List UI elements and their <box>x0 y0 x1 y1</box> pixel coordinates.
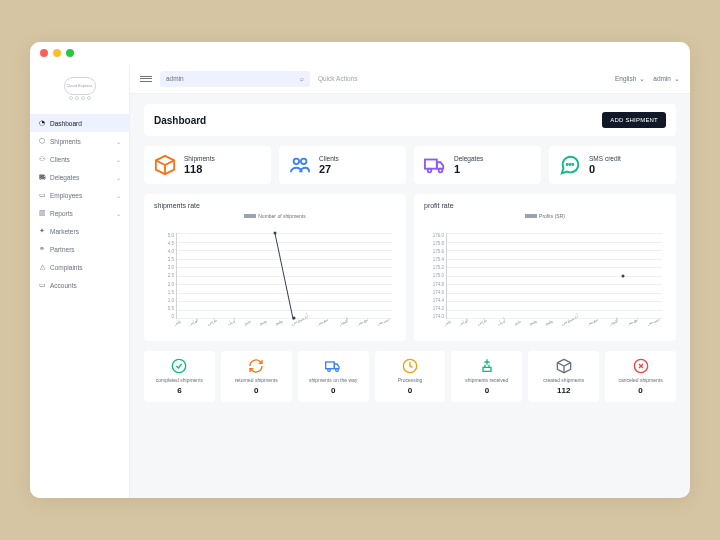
nav-clients[interactable]: ⚇Clients⌄ <box>30 150 129 168</box>
chevron-down-icon: ⌄ <box>116 138 121 145</box>
svg-point-5 <box>567 164 568 165</box>
card-value: 118 <box>184 163 215 175</box>
stat-card[interactable]: canceled shipments0 <box>605 351 676 402</box>
stat-label: shipments received <box>465 377 508 383</box>
users-icon: ⚇ <box>38 155 46 163</box>
megaphone-icon: ✦ <box>38 227 46 235</box>
warning-icon: △ <box>38 263 46 271</box>
nav-dashboard[interactable]: ◔Dashboard <box>30 114 129 132</box>
nav-partners[interactable]: ⚭Partners <box>30 240 129 258</box>
chart-shipments-rate: shipments rate Number of shipments 5.04.… <box>144 194 406 341</box>
card-label: Clients <box>319 155 339 162</box>
stat-card[interactable]: returned shipments0 <box>221 351 292 402</box>
box-icon: ⬡ <box>38 137 46 145</box>
nav-label: Clients <box>50 156 70 163</box>
chart-legend: Profits (SR) <box>424 213 666 219</box>
svg-point-8 <box>173 359 186 372</box>
hand-icon <box>479 358 495 374</box>
stat-label: shipments on the way <box>309 377 357 383</box>
nav-marketers[interactable]: ✦Marketers <box>30 222 129 240</box>
topbar: admin⌕ Quick Actions English⌄ admin⌄ <box>130 64 690 94</box>
box-icon <box>154 154 176 176</box>
card-sms[interactable]: SMS credit0 <box>549 146 676 184</box>
card-label: SMS credit <box>589 155 621 162</box>
menu-toggle[interactable] <box>140 76 152 82</box>
refresh-icon <box>248 358 264 374</box>
handshake-icon: ⚭ <box>38 245 46 253</box>
chevron-down-icon: ⌄ <box>116 174 121 181</box>
wallet-icon: ▭ <box>38 281 46 289</box>
page-header: Dashboard ADD SHIPMENT <box>144 104 676 136</box>
main: admin⌕ Quick Actions English⌄ admin⌄ Das… <box>130 64 690 498</box>
stat-label: canceled shipments <box>618 377 662 383</box>
stat-label: completed shipments <box>156 377 203 383</box>
stat-card[interactable]: completed shipments6 <box>144 351 215 402</box>
stat-value: 0 <box>331 386 335 395</box>
chart-title: profit rate <box>424 202 666 209</box>
user-menu[interactable]: admin⌄ <box>653 75 680 83</box>
summary-cards: Shipments118 Clients27 Delegates1 SMS cr… <box>144 146 676 184</box>
stat-value: 112 <box>557 386 570 395</box>
chevron-down-icon: ⌄ <box>116 192 121 199</box>
svg-point-3 <box>428 169 432 173</box>
add-shipment-button[interactable]: ADD SHIPMENT <box>602 112 666 128</box>
stat-card[interactable]: created shipments112 <box>528 351 599 402</box>
card-delegates[interactable]: Delegates1 <box>414 146 541 184</box>
search-icon: ⌕ <box>300 75 304 82</box>
nav-label: Delegates <box>50 174 79 181</box>
chart-legend: Number of shipments <box>154 213 396 219</box>
stat-label: Processing <box>398 377 423 383</box>
nav-label: Marketers <box>50 228 79 235</box>
nav-complaints[interactable]: △Complaints <box>30 258 129 276</box>
stat-card[interactable]: shipments received0 <box>451 351 522 402</box>
page-title: Dashboard <box>154 115 206 126</box>
stat-card[interactable]: Processing0 <box>375 351 446 402</box>
maximize-dot[interactable] <box>66 49 74 57</box>
nav-shipments[interactable]: ⬡Shipments⌄ <box>30 132 129 150</box>
quick-actions[interactable]: Quick Actions <box>318 75 357 82</box>
search-input[interactable]: admin⌕ <box>160 71 310 87</box>
svg-point-4 <box>439 169 443 173</box>
card-shipments[interactable]: Shipments118 <box>144 146 271 184</box>
nav-label: Accounts <box>50 282 77 289</box>
svg-point-7 <box>572 164 573 165</box>
svg-rect-9 <box>326 362 335 369</box>
card-label: Delegates <box>454 155 483 162</box>
svg-point-1 <box>301 159 307 165</box>
nav-label: Partners <box>50 246 75 253</box>
chevron-down-icon: ⌄ <box>674 75 680 83</box>
nav-employees[interactable]: ▭Employees⌄ <box>30 186 129 204</box>
nav-reports[interactable]: ▥Reports⌄ <box>30 204 129 222</box>
titlebar <box>30 42 690 64</box>
minimize-dot[interactable] <box>53 49 61 57</box>
app-window: Cloud Express ◔Dashboard ⬡Shipments⌄ ⚇Cl… <box>30 42 690 498</box>
chart-title: shipments rate <box>154 202 396 209</box>
chevron-down-icon: ⌄ <box>639 75 645 83</box>
card-label: Shipments <box>184 155 215 162</box>
truck-icon: ⛟ <box>38 173 46 181</box>
logo-cloud-icon: Cloud Express <box>64 77 96 95</box>
stat-value: 0 <box>254 386 258 395</box>
chart-icon: ▥ <box>38 209 46 217</box>
box-icon <box>556 358 572 374</box>
nav-label: Dashboard <box>50 120 82 127</box>
close-dot[interactable] <box>40 49 48 57</box>
nav-label: Shipments <box>50 138 81 145</box>
card-clients[interactable]: Clients27 <box>279 146 406 184</box>
stat-label: returned shipments <box>235 377 278 383</box>
language-select[interactable]: English⌄ <box>615 75 645 83</box>
id-icon: ▭ <box>38 191 46 199</box>
card-value: 1 <box>454 163 483 175</box>
chart-profit-rate: profit rate Profits (SR) 176.0175.8175.6… <box>414 194 676 341</box>
svg-point-6 <box>569 164 570 165</box>
gauge-icon: ◔ <box>38 119 46 127</box>
stat-value: 0 <box>638 386 642 395</box>
nav-delegates[interactable]: ⛟Delegates⌄ <box>30 168 129 186</box>
nav-accounts[interactable]: ▭Accounts <box>30 276 129 294</box>
nav: ◔Dashboard ⬡Shipments⌄ ⚇Clients⌄ ⛟Delega… <box>30 112 129 296</box>
stat-value: 6 <box>177 386 181 395</box>
content: Dashboard ADD SHIPMENT Shipments118 Clie… <box>130 94 690 498</box>
stat-card[interactable]: shipments on the way0 <box>298 351 369 402</box>
card-value: 27 <box>319 163 339 175</box>
truck-icon <box>325 358 341 374</box>
